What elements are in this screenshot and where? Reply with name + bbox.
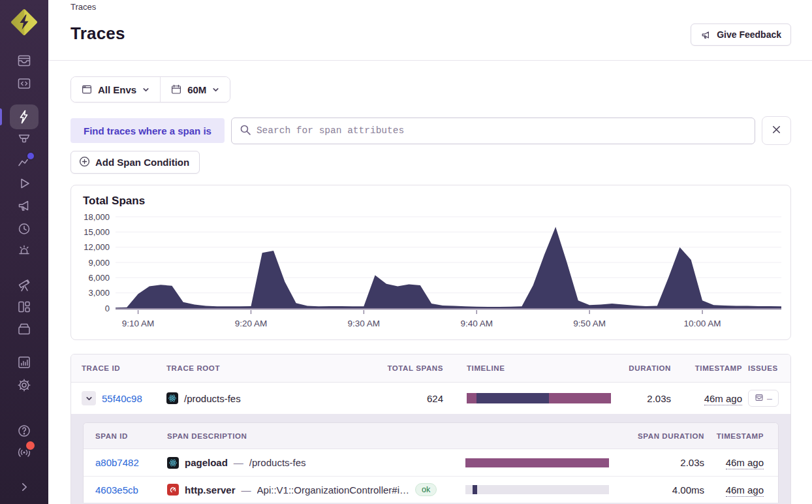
trace-issues-button[interactable]: – <box>748 390 779 407</box>
chevron-down-icon <box>142 86 150 94</box>
sidebar-collapse-chevron[interactable] <box>16 479 32 495</box>
svg-text:15,000: 15,000 <box>84 227 110 237</box>
svg-text:6,000: 6,000 <box>88 273 110 283</box>
sidebar-item-settings[interactable] <box>16 377 32 393</box>
span-condition-pill: Find traces where a span is <box>70 118 225 143</box>
sidebar-item-issues[interactable] <box>16 53 32 69</box>
sidebar-item-replays[interactable] <box>16 176 32 191</box>
time-range-filter[interactable]: 60M <box>161 77 230 102</box>
col-span-duration: SPAN DURATION <box>638 432 704 440</box>
span-op: pageload <box>185 457 228 468</box>
trace-id-link[interactable]: 55f40c98 <box>102 393 142 404</box>
breadcrumb[interactable]: Traces <box>70 2 96 12</box>
traces-table: TRACE ID TRACE ROOT TOTAL SPANS TIMELINE… <box>70 354 791 504</box>
span-duration-bar <box>465 458 609 467</box>
sidebar-item-dashboards[interactable] <box>16 299 32 315</box>
svg-text:0: 0 <box>105 304 110 313</box>
active-nav-indicator <box>0 108 2 125</box>
span-id-link[interactable]: 4603e5cb <box>95 484 138 496</box>
span-search-box[interactable] <box>231 118 755 144</box>
separator: — <box>234 457 243 468</box>
issues-count: – <box>767 393 772 403</box>
span-duration: 2.03s <box>680 457 704 468</box>
separator: — <box>242 484 251 496</box>
inbox-icon <box>755 393 764 404</box>
calendar-icon <box>170 84 182 95</box>
svg-text:18,000: 18,000 <box>84 212 110 222</box>
trace-timestamp: 46m ago <box>704 393 742 405</box>
svg-text:12,000: 12,000 <box>84 242 110 252</box>
span-description: Api::V1::OrganizationController#i… <box>257 484 409 496</box>
content: All Envs 60M <box>48 61 812 504</box>
window-icon <box>81 84 93 95</box>
sidebar-item-crons[interactable] <box>16 221 32 236</box>
svg-text:3,000: 3,000 <box>88 288 110 298</box>
give-feedback-button[interactable]: Give Feedback <box>691 24 791 46</box>
sidebar-item-projects[interactable] <box>16 76 32 91</box>
span-duration: 4.00ms <box>672 484 704 496</box>
clear-search-button[interactable] <box>762 116 791 145</box>
sidebar-item-feedback[interactable] <box>16 198 32 213</box>
span-id-link[interactable]: a80b7482 <box>95 457 139 468</box>
col-timestamp: TIMESTAMP <box>695 364 742 372</box>
trace-timeline-bar <box>467 393 611 403</box>
collapse-trace-button[interactable] <box>82 391 96 405</box>
sidebar-item-releases[interactable] <box>16 321 32 337</box>
whats-new-notification-dot <box>26 441 35 450</box>
chart-title: Total Spans <box>83 195 780 208</box>
chevron-down-icon <box>211 86 220 94</box>
col-span-id: SPAN ID <box>95 432 167 440</box>
give-feedback-label: Give Feedback <box>717 29 781 40</box>
total-spans-panel: Total Spans 03,0006,0009,00012,00015,000… <box>70 185 791 340</box>
svg-text:9:30 AM: 9:30 AM <box>348 319 381 328</box>
svg-text:10:00 AM: 10:00 AM <box>684 319 721 328</box>
react-icon <box>166 392 178 404</box>
span-duration-bar <box>465 485 609 494</box>
col-span-timestamp: TIMESTAMP <box>717 432 764 440</box>
sidebar-help[interactable] <box>16 423 32 439</box>
trace-row: 55f40c98 /products-fes <box>71 383 790 414</box>
trace-root-name: /products-fes <box>184 393 241 404</box>
ruby-icon <box>167 484 179 496</box>
environment-filter[interactable]: All Envs <box>71 77 160 102</box>
col-timeline: TIMELINE <box>467 364 611 372</box>
col-total-spans: TOTAL SPANS <box>387 364 443 372</box>
sidebar-item-discover[interactable] <box>16 277 32 292</box>
span-description: /products-fes <box>249 457 306 468</box>
traces-page: Traces Traces Give Feedback <box>0 0 812 504</box>
span-timestamp: 46m ago <box>726 484 764 497</box>
environment-filter-label: All Envs <box>98 84 136 95</box>
sidebar <box>0 0 48 504</box>
total-spans-chart[interactable]: 03,0006,0009,00012,00015,00018,0009:10 A… <box>82 210 781 333</box>
add-span-condition-button[interactable]: Add Span Condition <box>70 151 200 174</box>
page-header: Traces Traces Give Feedback <box>48 0 812 61</box>
sidebar-item-alerts[interactable] <box>16 243 32 259</box>
svg-text:9:50 AM: 9:50 AM <box>573 319 606 328</box>
trace-duration: 2.03s <box>647 393 671 404</box>
col-issues: ISSUES <box>742 364 780 372</box>
span-table-header: SPAN ID SPAN DESCRIPTION SPAN DURATION T… <box>84 423 778 449</box>
span-search-input[interactable] <box>257 125 747 136</box>
span-row: a80b7482 page <box>84 449 778 476</box>
svg-text:9:40 AM: 9:40 AM <box>460 319 493 328</box>
react-icon <box>167 457 179 469</box>
page-filter-bar: All Envs 60M <box>70 76 230 102</box>
span-search-row: Find traces where a span is <box>70 116 791 145</box>
sidebar-item-traces-active[interactable] <box>10 104 39 129</box>
col-trace-root: TRACE ROOT <box>166 364 356 372</box>
span-timestamp: 46m ago <box>726 457 764 469</box>
circle-plus-icon <box>79 156 90 169</box>
span-row: 4603e5cb http.server — <box>84 476 778 503</box>
sidebar-item-stats[interactable] <box>16 354 32 370</box>
sentry-logo[interactable] <box>10 8 38 36</box>
total-spans-value: 624 <box>427 393 443 404</box>
megaphone-icon <box>700 29 711 40</box>
sidebar-item-performance[interactable] <box>16 131 32 147</box>
svg-text:9:20 AM: 9:20 AM <box>235 319 268 328</box>
expanded-trace-region: SPAN ID SPAN DESCRIPTION SPAN DURATION T… <box>71 414 790 504</box>
add-span-condition-label: Add Span Condition <box>95 157 189 168</box>
insights-notification-dot <box>27 153 34 159</box>
time-range-filter-label: 60M <box>187 84 206 95</box>
search-icon <box>240 124 251 138</box>
traces-table-header: TRACE ID TRACE ROOT TOTAL SPANS TIMELINE… <box>71 354 790 383</box>
